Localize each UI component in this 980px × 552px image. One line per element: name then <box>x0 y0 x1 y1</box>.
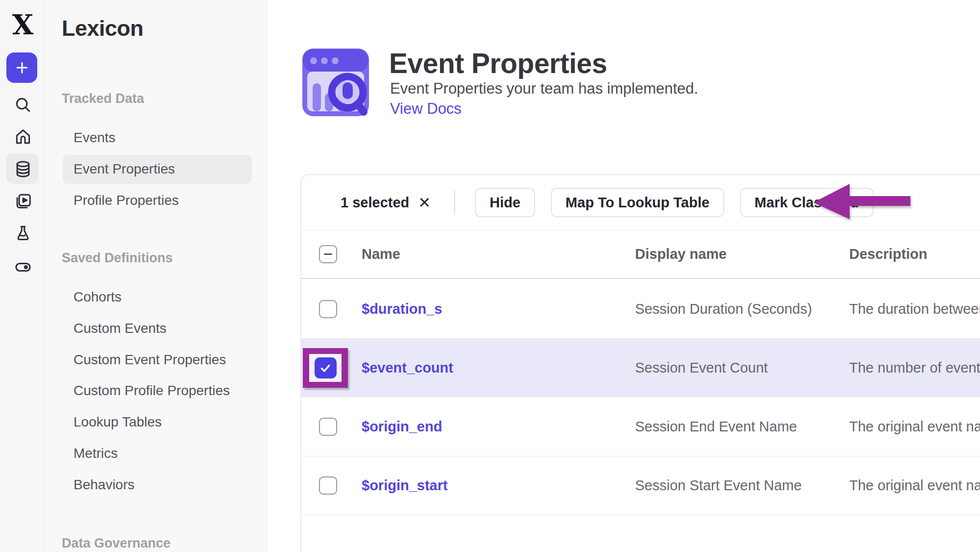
property-name-link[interactable]: $event_count <box>362 360 453 376</box>
sidebar-item-custom-profile-properties[interactable]: Custom Profile Properties <box>74 382 230 399</box>
sidebar-item-behaviors[interactable]: Behaviors <box>74 477 135 493</box>
column-header-name: Name <box>362 246 635 262</box>
row-checkbox[interactable] <box>319 477 337 495</box>
sidebar-title: Lexicon <box>62 16 144 41</box>
map-to-lookup-table-button[interactable]: Map To Lookup Table <box>551 188 724 217</box>
annotation-highlight-box <box>303 348 348 388</box>
table-row-selected: $event_count Session Event Count The num… <box>301 339 980 398</box>
row-checkbox[interactable] <box>319 300 337 318</box>
column-header-description: Description <box>849 246 980 262</box>
mixpanel-logo[interactable]: X <box>0 11 46 38</box>
property-name-link[interactable]: $origin_end <box>362 419 442 434</box>
selection-count-label: 1 selected <box>341 195 409 211</box>
home-icon <box>14 127 32 146</box>
table-row: $origin_start Session Start Event Name T… <box>301 456 980 515</box>
sidebar-item-profile-properties[interactable]: Profile Properties <box>74 192 179 209</box>
description-cell: The original event nam <box>849 419 980 435</box>
view-docs-link[interactable]: View Docs <box>390 100 462 118</box>
section-saved-definitions: Saved Definitions <box>62 251 173 266</box>
section-tracked-data: Tracked Data <box>62 91 144 106</box>
event-properties-table-card: 1 selected ✕ Hide Map To Lookup Table Ma… <box>300 174 980 552</box>
table-body: $duration_s Session Duration (Seconds) T… <box>301 280 980 515</box>
description-cell: The original event nam <box>849 477 980 494</box>
toggle-icon <box>13 257 33 277</box>
annotation-highlight-inner <box>309 354 342 382</box>
data-nav-button[interactable] <box>0 160 46 178</box>
display-name-cell: Session Start Event Name <box>635 477 849 494</box>
sidebar-item-events[interactable]: Events <box>74 129 116 146</box>
row-checkbox-checked[interactable] <box>315 357 337 378</box>
column-header-display-name: Display name <box>635 246 849 262</box>
lexicon-page: X <box>0 0 980 552</box>
toolbar-divider <box>454 191 455 214</box>
boards-nav-button[interactable] <box>0 192 46 210</box>
database-icon <box>14 160 32 178</box>
sidebar-item-metrics[interactable]: Metrics <box>74 445 118 462</box>
table-header-row: Name Display name Description <box>301 230 980 279</box>
description-cell: The duration between <box>849 301 980 317</box>
select-all-checkbox[interactable] <box>319 245 337 263</box>
sidebar-item-custom-events[interactable]: Custom Events <box>74 320 167 337</box>
section-data-governance: Data Governance <box>62 536 171 551</box>
sidebar-item-cohorts[interactable]: Cohorts <box>74 289 122 305</box>
sidebar-item-lookup-tables[interactable]: Lookup Tables <box>74 414 162 430</box>
lexicon-sidebar: Lexicon Tracked Data Events Event Proper… <box>46 0 267 552</box>
page-title: Event Properties <box>389 47 607 79</box>
feature-flags-nav-button[interactable] <box>0 257 46 277</box>
sidebar-item-custom-event-properties[interactable]: Custom Event Properties <box>74 351 226 368</box>
home-nav-button[interactable] <box>0 127 46 146</box>
page-subtitle: Event Properties your team has implement… <box>390 80 698 98</box>
flask-icon <box>14 224 32 242</box>
row-checkbox[interactable] <box>319 418 337 436</box>
boards-play-icon <box>14 192 32 210</box>
experiments-nav-button[interactable] <box>0 224 46 242</box>
annotation-arrow <box>812 182 911 222</box>
description-cell: The number of events <box>849 360 980 376</box>
plus-icon <box>14 59 30 76</box>
table-row: $duration_s Session Duration (Seconds) T… <box>301 280 980 339</box>
display-name-cell: Session Duration (Seconds) <box>635 301 849 317</box>
display-name-cell: Session End Event Name <box>635 419 849 435</box>
display-name-cell: Session Event Count <box>635 360 849 376</box>
table-row: $origin_end Session End Event Name The o… <box>301 398 980 456</box>
search-nav-button[interactable] <box>0 96 46 114</box>
page-header-icon <box>302 48 369 119</box>
search-icon <box>14 96 32 114</box>
hide-button[interactable]: Hide <box>475 188 535 217</box>
property-name-link[interactable]: $duration_s <box>362 301 442 317</box>
sidebar-item-event-properties[interactable]: Event Properties <box>74 161 175 177</box>
icon-rail: X <box>0 0 46 552</box>
property-name-link[interactable]: $origin_start <box>362 477 448 493</box>
create-button[interactable] <box>6 52 37 83</box>
browser-chart-magnifier-icon <box>302 48 369 117</box>
mixpanel-logo-icon: X <box>12 11 33 38</box>
indeterminate-dash-icon <box>324 253 332 255</box>
clear-selection-icon[interactable]: ✕ <box>418 194 431 212</box>
checkmark-icon <box>319 362 332 375</box>
